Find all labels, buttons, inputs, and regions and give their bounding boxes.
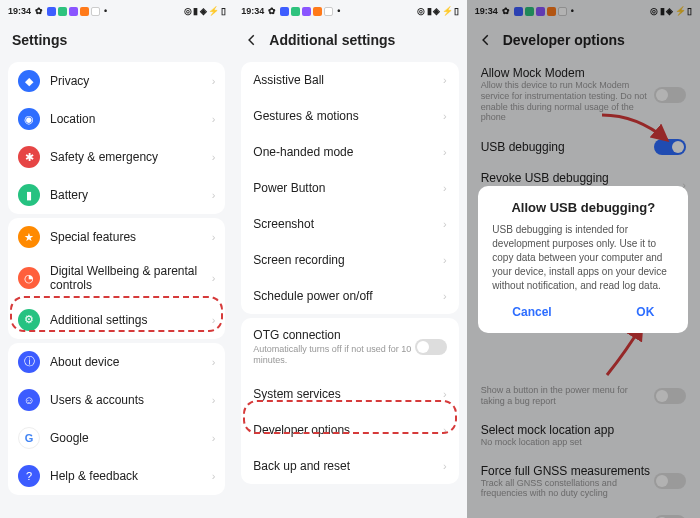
location-icon: ◉ [18,108,40,130]
chevron-right-icon: › [212,272,216,284]
settings-item-additional[interactable]: ⚙Additional settings› [8,301,225,339]
item-power-button[interactable]: Power Button› [241,170,458,206]
chevron-right-icon: › [443,146,447,158]
settings-item-wellbeing[interactable]: ◔Digital Wellbeing & parental controls› [8,256,225,301]
chevron-right-icon: › [212,356,216,368]
back-arrow-icon[interactable] [245,33,259,47]
item-assistive-ball[interactable]: Assistive Ball› [241,62,458,98]
item-otg[interactable]: OTG connectionAutomatically turns off if… [241,318,458,376]
gear-icon: ⚙ [18,309,40,331]
chevron-right-icon: › [212,113,216,125]
chevron-right-icon: › [212,432,216,444]
item-schedule-power[interactable]: Schedule power on/off› [241,278,458,314]
chevron-right-icon: › [212,189,216,201]
item-developer-options[interactable]: Developer options› [241,412,458,448]
additional-group-otg: OTG connectionAutomatically turns off if… [241,318,458,484]
star-icon: ★ [18,226,40,248]
usb-debugging-dialog: Allow USB debugging? USB debugging is in… [478,186,688,333]
settings-item-google[interactable]: GGoogle› [8,419,225,457]
chevron-right-icon: › [212,151,216,163]
user-icon: ☺ [18,389,40,411]
dialog-overlay: Allow USB debugging? USB debugging is in… [467,0,700,518]
settings-panel: 19:34 ✿ • ◎ ▮ ◈ ⚡ ▯ Settings ◆Privacy› ◉… [0,0,233,518]
cancel-button[interactable]: Cancel [512,305,551,319]
header: Additional settings [233,22,466,58]
ok-button[interactable]: OK [636,305,654,319]
settings-group-2: ★Special features› ◔Digital Wellbeing & … [8,218,225,339]
chevron-right-icon: › [443,460,447,472]
settings-group-1: ◆Privacy› ◉Location› ✱Safety & emergency… [8,62,225,214]
chevron-right-icon: › [212,231,216,243]
item-screen-recording[interactable]: Screen recording› [241,242,458,278]
settings-item-location[interactable]: ◉Location› [8,100,225,138]
additional-settings-panel: 19:34 ✿ • ◎ ▮ ◈ ⚡ ▯ Additional settings … [233,0,466,518]
chevron-right-icon: › [212,314,216,326]
developer-options-panel: 19:34 ✿ • ◎ ▮ ◈ ⚡ ▯ Developer options Al… [467,0,700,518]
settings-item-help[interactable]: ?Help & feedback› [8,457,225,495]
chevron-right-icon: › [443,74,447,86]
status-bar: 19:34 ✿ • ◎ ▮ ◈ ⚡ ▯ [0,0,233,22]
safety-icon: ✱ [18,146,40,168]
additional-group-1: Assistive Ball› Gestures & motions› One-… [241,62,458,314]
dialog-title: Allow USB debugging? [492,200,674,215]
settings-gear-icon: ✿ [35,6,43,16]
chevron-right-icon: › [443,290,447,302]
help-icon: ? [18,465,40,487]
chevron-right-icon: › [212,394,216,406]
settings-group-3: ⓘAbout device› ☺Users & accounts› GGoogl… [8,343,225,495]
google-icon: G [18,427,40,449]
settings-item-about[interactable]: ⓘAbout device› [8,343,225,381]
page-title: Settings [0,22,233,58]
settings-item-users[interactable]: ☺Users & accounts› [8,381,225,419]
chevron-right-icon: › [443,218,447,230]
status-time: 19:34 [241,6,264,16]
settings-item-battery[interactable]: ▮Battery› [8,176,225,214]
chevron-right-icon: › [212,75,216,87]
chevron-right-icon: › [212,470,216,482]
item-gestures[interactable]: Gestures & motions› [241,98,458,134]
item-backup-reset[interactable]: Back up and reset› [241,448,458,484]
page-title: Additional settings [269,32,395,48]
item-system-services[interactable]: System services› [241,376,458,412]
chevron-right-icon: › [443,388,447,400]
dialog-body: USB debugging is intended for developmen… [492,223,674,293]
settings-item-special[interactable]: ★Special features› [8,218,225,256]
chevron-right-icon: › [443,110,447,122]
settings-item-safety[interactable]: ✱Safety & emergency› [8,138,225,176]
toggle-otg[interactable] [415,339,447,355]
privacy-icon: ◆ [18,70,40,92]
wellbeing-icon: ◔ [18,267,40,289]
status-right-icons: ◎ ▮ ◈ ⚡ ▯ [184,6,226,16]
info-icon: ⓘ [18,351,40,373]
status-time: 19:34 [8,6,31,16]
item-screenshot[interactable]: Screenshot› [241,206,458,242]
status-app-icons [47,7,100,16]
settings-item-privacy[interactable]: ◆Privacy› [8,62,225,100]
status-bar: 19:34 ✿ • ◎ ▮ ◈ ⚡ ▯ [233,0,466,22]
chevron-right-icon: › [443,182,447,194]
chevron-right-icon: › [443,424,447,436]
battery-icon: ▮ [18,184,40,206]
chevron-right-icon: › [443,254,447,266]
item-one-handed[interactable]: One-handed mode› [241,134,458,170]
